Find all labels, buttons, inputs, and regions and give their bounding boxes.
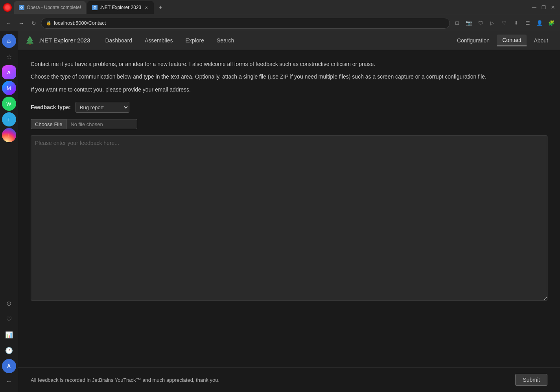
- window-controls: — ❐ ✕: [530, 4, 557, 11]
- close-button[interactable]: ✕: [549, 4, 557, 11]
- tab-close-btn[interactable]: ✕: [144, 5, 149, 10]
- intro-text-3: If you want me to contact you, please pr…: [31, 85, 547, 94]
- browser-layout: ⌂ ☆ A M W T I ⊙ ♡ 📊 🕐 A ••• .NET Expl: [0, 31, 560, 392]
- app-navbar: .NET Explorer 2023 Dashboard Assemblies …: [18, 31, 560, 50]
- tab-favicon-opera: O: [19, 5, 24, 10]
- app-nav-links: Dashboard Assemblies Explore Search: [99, 35, 451, 46]
- forward-button[interactable]: →: [16, 18, 27, 29]
- page-footer: All feedback is recorded in JetBrains Yo…: [18, 367, 560, 392]
- minimize-button[interactable]: —: [530, 4, 538, 11]
- sidebar-more-icon[interactable]: •••: [2, 375, 16, 389]
- play-icon[interactable]: ▷: [487, 18, 498, 29]
- sidebar-bottom: ⊙ ♡ 📊 🕐 A •••: [2, 296, 16, 389]
- refresh-button[interactable]: ↻: [28, 18, 39, 29]
- sidebar-addons-icon[interactable]: A: [2, 359, 16, 373]
- nav-about[interactable]: About: [528, 35, 554, 46]
- choose-file-button[interactable]: Choose File: [31, 119, 66, 129]
- nav-search[interactable]: Search: [211, 35, 239, 46]
- feedback-type-label: Feedback type:: [31, 104, 71, 110]
- tab-bar: O Opera - Update complete! ⚙ .NET Explor…: [14, 1, 528, 14]
- app-title: .NET Explorer 2023: [39, 37, 90, 44]
- sidebar-stats-icon[interactable]: 📊: [2, 328, 16, 342]
- app-nav-right: Configuration Contact About: [451, 35, 554, 46]
- nav-dashboard[interactable]: Dashboard: [99, 35, 138, 46]
- extensions-icon[interactable]: 🧩: [546, 18, 557, 29]
- intro-text-2: Choose the type of communication below a…: [31, 72, 547, 81]
- sidebar-history-icon[interactable]: 🕐: [2, 343, 16, 357]
- sidebar-heart-icon[interactable]: ♡: [2, 312, 16, 326]
- sidebar-whatsapp-icon[interactable]: W: [2, 97, 16, 111]
- sidebar-instagram-icon[interactable]: I: [2, 128, 16, 142]
- svg-rect-2: [29, 44, 31, 45]
- feedback-textarea[interactable]: [31, 136, 547, 300]
- browser-navbar: ← → ↻ 🔒 localhost:5000/Contact ⊡ 📷 🛡 ▷ ♡…: [0, 15, 560, 31]
- screenshot-icon[interactable]: ⊡: [451, 18, 462, 29]
- camera-icon[interactable]: 📷: [463, 18, 474, 29]
- tab-active[interactable]: ⚙ .NET Explorer 2023 ✕: [87, 1, 154, 14]
- tab-favicon-dotnet: ⚙: [92, 5, 98, 10]
- sidebar-bookmark-icon[interactable]: ☆: [2, 49, 16, 64]
- nav-explore[interactable]: Explore: [180, 35, 210, 46]
- tab-inactive-title: Opera - Update complete!: [27, 5, 81, 10]
- sidebar-messenger-icon[interactable]: M: [2, 81, 16, 95]
- address-url: localhost:5000/Contact: [54, 20, 106, 26]
- profile-icon[interactable]: 👤: [534, 18, 545, 29]
- page-content: Contact me if you have a problems, or an…: [18, 50, 560, 367]
- feedback-type-row: Feedback type: Bug report Feature reques…: [31, 102, 547, 113]
- back-button[interactable]: ←: [3, 18, 14, 29]
- left-sidebar: ⌂ ☆ A M W T I ⊙ ♡ 📊 🕐 A •••: [0, 31, 18, 392]
- footer-text: All feedback is recorded in JetBrains Yo…: [31, 377, 219, 383]
- file-input-row: Choose File No file chosen: [31, 119, 547, 129]
- browser-titlebar: O Opera - Update complete! ⚙ .NET Explor…: [0, 0, 560, 15]
- menu-icon[interactable]: ☰: [522, 18, 533, 29]
- tab-inactive[interactable]: O Opera - Update complete!: [14, 1, 86, 14]
- feedback-type-select[interactable]: Bug report Feature request General feedb…: [76, 102, 129, 113]
- opera-logo: [3, 3, 12, 12]
- download-icon[interactable]: ⬇: [510, 18, 521, 29]
- sidebar-speed-icon[interactable]: ⊙: [2, 296, 16, 310]
- no-file-label: No file chosen: [66, 119, 137, 129]
- intro-text-1: Contact me if you have a problems, or an…: [31, 60, 547, 68]
- nav-configuration[interactable]: Configuration: [451, 35, 495, 46]
- nav-assemblies[interactable]: Assemblies: [139, 35, 179, 46]
- address-bar[interactable]: 🔒 localhost:5000/Contact: [41, 18, 450, 29]
- shield-icon[interactable]: 🛡: [475, 18, 486, 29]
- nav-contact[interactable]: Contact: [497, 35, 527, 46]
- new-tab-button[interactable]: +: [155, 2, 166, 13]
- browser-content: .NET Explorer 2023 Dashboard Assemblies …: [18, 31, 560, 392]
- app-logo: [24, 35, 35, 46]
- sidebar-telegram-icon[interactable]: T: [2, 112, 16, 126]
- nav-actions: ⊡ 📷 🛡 ▷ ♡ ⬇ ☰ 👤 🧩: [451, 18, 557, 29]
- tab-active-title: .NET Explorer 2023: [100, 5, 141, 10]
- submit-button[interactable]: Submit: [515, 374, 547, 386]
- heart-nav-icon[interactable]: ♡: [499, 18, 510, 29]
- restore-button[interactable]: ❐: [540, 4, 547, 11]
- address-security-icon: 🔒: [46, 20, 52, 26]
- sidebar-aria-icon[interactable]: A: [2, 65, 16, 79]
- app-brand: .NET Explorer 2023: [24, 35, 90, 46]
- sidebar-home-icon[interactable]: ⌂: [2, 34, 16, 48]
